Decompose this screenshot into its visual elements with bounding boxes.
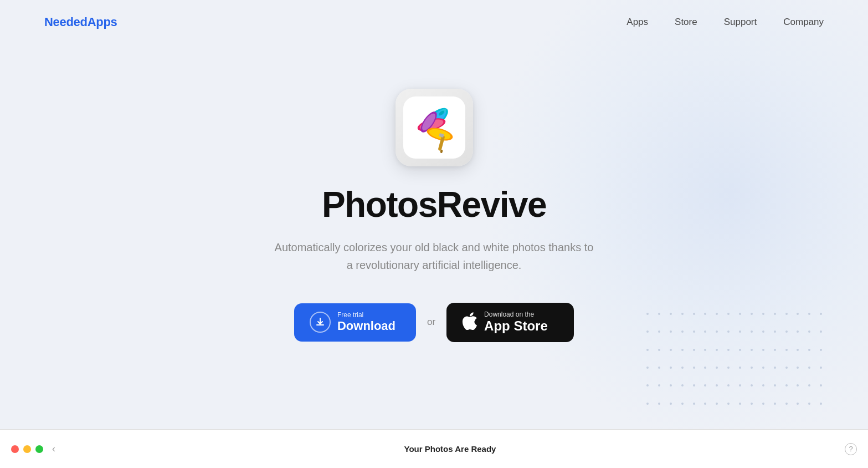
free-trial-download-button[interactable]: Free trial Download (294, 303, 416, 341)
dot (704, 384, 706, 386)
dot (670, 403, 672, 405)
dot (739, 384, 741, 386)
dot (646, 403, 649, 405)
window-maximize-button[interactable] (35, 445, 43, 453)
app-subtitle: Automatically colorizes your old black a… (275, 238, 594, 274)
dot (681, 384, 684, 386)
dot (797, 384, 799, 386)
logo[interactable]: NeededApps (44, 15, 117, 29)
app-store-label: App Store (484, 318, 548, 334)
nav-item-apps[interactable]: Apps (626, 17, 648, 28)
dot (716, 384, 718, 386)
dot (751, 403, 753, 405)
nav-item-support[interactable]: Support (724, 17, 757, 28)
dot (670, 384, 672, 386)
window-close-button[interactable] (11, 445, 19, 453)
window-controls (11, 445, 43, 453)
dot (646, 349, 649, 351)
dot (704, 349, 706, 351)
dot (646, 384, 649, 386)
dot (820, 367, 822, 369)
app-store-button[interactable]: Download on the App Store (446, 303, 574, 342)
dot (658, 367, 660, 369)
dot (820, 349, 822, 351)
dot (785, 384, 788, 386)
header: NeededApps Apps Store Support Company (0, 0, 868, 44)
window-title: Your Photos Are Ready (55, 444, 845, 454)
dot (785, 403, 788, 405)
dot (797, 367, 799, 369)
download-icon (310, 312, 331, 333)
window-help-button[interactable]: ? (845, 443, 857, 455)
free-trial-label: Free trial (337, 311, 396, 319)
main-content: PhotosRevive Automatically colorizes you… (0, 44, 868, 342)
dot (751, 384, 753, 386)
dot (693, 384, 695, 386)
main-nav: Apps Store Support Company (626, 17, 824, 28)
dot (704, 367, 706, 369)
dot (727, 349, 730, 351)
dot (704, 403, 706, 405)
dot (693, 367, 695, 369)
dot (751, 367, 753, 369)
dot (774, 349, 776, 351)
dot (751, 349, 753, 351)
dot (739, 403, 741, 405)
dot (797, 349, 799, 351)
dot (693, 403, 695, 405)
app-title: PhotosRevive (322, 184, 546, 225)
dot (762, 349, 764, 351)
dot (658, 384, 660, 386)
dot (739, 367, 741, 369)
dot (808, 367, 810, 369)
dot (762, 367, 764, 369)
dot (739, 349, 741, 351)
dot (797, 403, 799, 405)
dot (808, 403, 810, 405)
dot (727, 367, 730, 369)
nav-item-company[interactable]: Company (783, 17, 824, 28)
dot (774, 367, 776, 369)
window-bar: ‹ Your Photos Are Ready ? (0, 429, 868, 468)
nav-item-store[interactable]: Store (675, 17, 697, 28)
download-label: Download (337, 319, 396, 333)
dot (808, 349, 810, 351)
dot (646, 367, 649, 369)
dot (820, 403, 822, 405)
dot (693, 349, 695, 351)
dot (762, 403, 764, 405)
window-minimize-button[interactable] (23, 445, 31, 453)
download-on-the-label: Download on the (484, 311, 548, 318)
dot (716, 403, 718, 405)
dot (774, 384, 776, 386)
dot (670, 349, 672, 351)
dot (785, 367, 788, 369)
dot (785, 349, 788, 351)
dot (658, 349, 660, 351)
or-separator: or (427, 317, 435, 328)
dot (670, 367, 672, 369)
app-icon (396, 89, 473, 166)
dot (762, 384, 764, 386)
dot (716, 367, 718, 369)
dot (774, 403, 776, 405)
dot (808, 384, 810, 386)
app-icon-svg (401, 94, 468, 161)
dot (727, 403, 730, 405)
dot (681, 349, 684, 351)
dot (658, 403, 660, 405)
apple-icon (462, 312, 477, 333)
cta-row: Free trial Download or Download on the A… (294, 303, 574, 342)
dot (681, 403, 684, 405)
dot (820, 384, 822, 386)
dot (716, 349, 718, 351)
dot (727, 384, 730, 386)
dot (681, 367, 684, 369)
